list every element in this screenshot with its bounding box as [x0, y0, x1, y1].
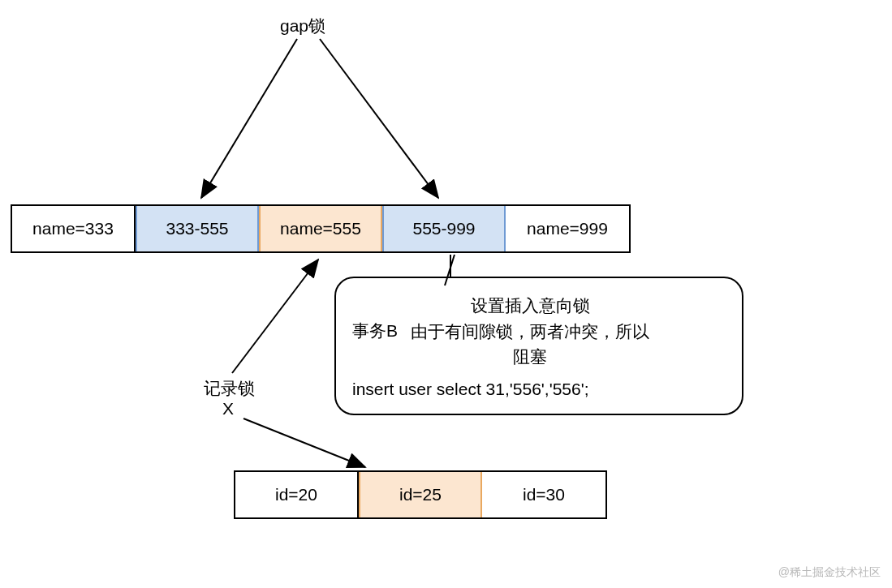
record-lock-label: 记录锁 — [204, 377, 255, 400]
svg-line-1 — [201, 39, 297, 198]
index-id-row: id=20 id=25 id=30 — [234, 470, 607, 519]
callout-explain: 设置插入意向锁 由于有间隙锁，两者冲突，所以 阻塞 — [411, 293, 649, 370]
svg-line-4 — [243, 418, 365, 467]
cell-name-999: name=999 — [506, 206, 629, 251]
svg-line-3 — [232, 260, 318, 373]
record-lock-x: X — [222, 399, 234, 418]
callout-line1: 设置插入意向锁 — [411, 293, 649, 319]
tx-b-label: 事务B — [352, 320, 411, 342]
watermark: @稀土掘金技术社区 — [778, 565, 881, 580]
cell-id-25: id=25 — [359, 472, 482, 517]
gap-lock-label: gap锁 — [280, 15, 325, 37]
callout-sql: insert user select 31,'556','556'; — [352, 380, 726, 399]
cell-id-30: id=30 — [482, 472, 605, 517]
cell-gap-555-999: 555-999 — [382, 206, 506, 251]
index-name-row: name=333 333-555 name=555 555-999 name=9… — [11, 204, 631, 253]
callout-line3: 阻塞 — [411, 344, 649, 370]
cell-id-20: id=20 — [235, 472, 359, 517]
callout-line2: 由于有间隙锁，两者冲突，所以 — [411, 319, 649, 345]
svg-line-2 — [320, 39, 438, 198]
cell-gap-333-555: 333-555 — [136, 206, 259, 251]
cell-name-555: name=555 — [259, 206, 382, 251]
transaction-b-callout: 事务B 设置插入意向锁 由于有间隙锁，两者冲突，所以 阻塞 insert use… — [334, 277, 743, 415]
cell-name-333: name=333 — [12, 206, 136, 251]
